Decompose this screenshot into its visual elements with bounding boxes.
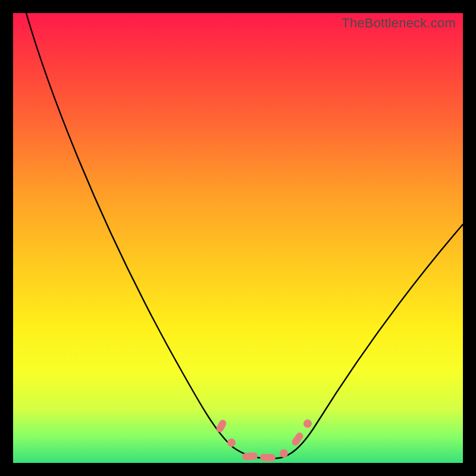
bottleneck-curve: [26, 13, 463, 459]
plot-area: TheBottleneck.com: [13, 13, 463, 463]
marker-dot: [227, 439, 236, 447]
chart-svg: [13, 13, 463, 463]
marker-pill: [215, 418, 228, 433]
chart-frame: TheBottleneck.com: [0, 0, 476, 476]
marker-pill: [260, 454, 275, 462]
marker-dot: [280, 449, 288, 458]
marker-pill: [290, 431, 305, 447]
marker-dot: [303, 419, 312, 428]
marker-pill: [242, 452, 258, 461]
curve-markers: [215, 418, 312, 461]
